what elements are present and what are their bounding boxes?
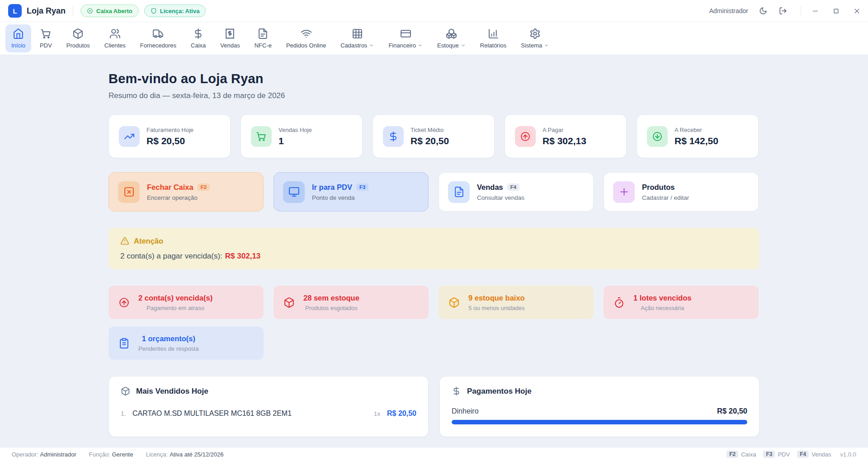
nav-item-financeiro[interactable]: Financeiro: [382, 24, 429, 52]
chevron-down-icon: [369, 43, 374, 48]
minimize-button[interactable]: [810, 6, 820, 16]
app-logo: L: [8, 4, 22, 18]
receipt-icon: [224, 28, 236, 39]
license-info: Licença:Ativa até 25/12/2026: [146, 451, 224, 458]
status-bar: Operador:Administrador Função:Gerente Li…: [0, 447, 868, 461]
maximize-button[interactable]: [831, 6, 841, 16]
close-button[interactable]: [852, 6, 862, 16]
current-user: Administrador: [709, 7, 748, 14]
kbd-label: Vendas: [811, 451, 831, 458]
license-label: Licença:: [146, 451, 168, 458]
alerts-row: 2 conta(s) vencida(s) Pagamento em atras…: [108, 286, 760, 319]
alert-title: 1 orçamento(s): [138, 334, 199, 343]
stat-card-a-pagar: A Pagar R$ 302,13: [505, 114, 627, 158]
payment-progress-fill: [452, 420, 747, 424]
alert-subtitle: Produtos esgotados: [303, 305, 359, 311]
logout-icon: [779, 7, 787, 15]
alert-expired-lots[interactable]: 1 lotes vencidos Ação necessária: [604, 286, 759, 319]
stat-label: Faturamento Hoje: [146, 127, 193, 133]
window-controls: [801, 6, 862, 16]
alert-subtitle: 5 ou menos unidades: [468, 305, 525, 311]
nav-item-estoque[interactable]: Estoque: [431, 24, 472, 52]
sales-lookup-button[interactable]: Vendas F4 Consultar vendas: [439, 172, 594, 212]
nav-label: NFC-e: [255, 42, 272, 49]
seller-amount: R$ 20,50: [387, 409, 416, 418]
stat-value: R$ 20,50: [410, 136, 449, 146]
app-window: L Loja Ryan Caixa Aberto Licença: Ativa …: [0, 0, 868, 461]
chevron-down-icon: [544, 43, 549, 48]
nav-item-sistema[interactable]: Sistema: [515, 24, 555, 52]
gear-icon: [529, 28, 541, 39]
stat-value: R$ 302,13: [542, 136, 586, 146]
nav-item-inicio[interactable]: Início: [5, 24, 31, 52]
nav-item-pedidos-online[interactable]: Pedidos Online: [280, 24, 332, 52]
close-icon: [854, 8, 860, 14]
nav-item-fornecedores[interactable]: Fornecedores: [134, 24, 182, 52]
alert-out-of-stock[interactable]: 28 sem estoque Produtos esgotados: [274, 286, 429, 319]
nav-label: Cadastros: [340, 42, 367, 49]
dark-mode-toggle[interactable]: [758, 6, 768, 16]
alert-subtitle: Pagamento em atraso: [138, 305, 212, 311]
trending-up-icon: [124, 131, 135, 142]
action-subtitle: Consultar vendas: [477, 194, 524, 201]
page-subtitle: Resumo do dia — sexta-feira, 13 de março…: [108, 91, 760, 100]
hotkey-hint-caixa: F2Caixa: [726, 451, 756, 458]
quick-actions-row: Fechar Caixa F2 Encerrar operação Ir par…: [108, 172, 760, 212]
logout-button[interactable]: [778, 6, 788, 16]
close-cash-button[interactable]: Fechar Caixa F2 Encerrar operação: [108, 172, 264, 212]
action-title: Ir para PDV: [312, 183, 352, 192]
circle-dot-icon: [87, 8, 93, 14]
top-sellers-panel: Mais Vendidos Hoje 1. CARTAO M.SD MULTIL…: [108, 376, 429, 437]
hotkey-badge: F4: [507, 183, 519, 191]
stat-card-ticket-medio: Ticket Médio R$ 20,50: [373, 114, 495, 158]
payment-progress-track: [452, 420, 747, 424]
titlebar-divider: [73, 6, 73, 16]
nav-item-clientes[interactable]: Clientes: [99, 24, 132, 52]
bar-chart-icon: [488, 28, 499, 39]
warning-amount: R$ 302,13: [225, 252, 260, 260]
nav-item-nfce[interactable]: NFC-e: [249, 24, 278, 52]
payment-method: Dinheiro: [452, 407, 479, 415]
nav-item-caixa[interactable]: Caixa: [185, 24, 212, 52]
arrow-down-circle-icon: [652, 131, 663, 142]
alert-pending-quotes[interactable]: 1 orçamento(s) Pendentes de resposta: [108, 326, 264, 360]
file-text-icon: [453, 186, 465, 198]
seller-name: CARTAO M.SD MULTILASER MC161 8GB 2EM1: [132, 409, 292, 418]
cash-open-badge: Caixa Aberto: [80, 5, 139, 17]
alert-low-stock[interactable]: 9 estoque baixo 5 ou menos unidades: [439, 286, 594, 319]
page-title: Bem-vindo ao Loja Ryan: [108, 71, 760, 86]
nav-label: Sistema: [521, 42, 542, 49]
payment-amount: R$ 20,50: [717, 407, 747, 415]
grid-icon: [352, 28, 363, 39]
stat-value: R$ 20,50: [146, 136, 193, 146]
nav-item-vendas[interactable]: Vendas: [214, 24, 245, 52]
nav-label: Fornecedores: [140, 42, 176, 49]
alert-overdue-bills[interactable]: 2 conta(s) vencida(s) Pagamento em atras…: [108, 286, 264, 319]
nav-label: Financeiro: [388, 42, 416, 49]
operator-value: Administrador: [40, 451, 76, 458]
action-title: Produtos: [642, 183, 675, 192]
file-text-icon: [257, 28, 269, 39]
nav-item-relatorios[interactable]: Relatórios: [474, 24, 513, 52]
products-button[interactable]: Produtos Cadastrar / editar: [604, 172, 759, 212]
plus-icon: [618, 186, 630, 198]
alert-title: 9 estoque baixo: [468, 294, 525, 302]
license-label: Licença: Ativa: [160, 8, 200, 14]
alert-triangle-icon: [120, 236, 129, 245]
go-to-pdv-button[interactable]: Ir para PDV F3 Ponto de venda: [274, 172, 429, 212]
alert-title: 28 sem estoque: [303, 294, 359, 302]
hotkey-hint-vendas: F4Vendas: [797, 451, 831, 458]
nav-label: Início: [11, 42, 25, 49]
license-value: Ativa até 25/12/2026: [170, 451, 223, 458]
panel-title: Pagamentos Hoje: [467, 387, 532, 396]
arrow-up-circle-icon: [520, 131, 531, 142]
role-value: Gerente: [112, 451, 133, 458]
nav-item-produtos[interactable]: Produtos: [61, 24, 96, 52]
home-icon: [13, 28, 24, 39]
nav-label: PDV: [40, 42, 52, 49]
minimize-icon: [812, 8, 819, 14]
operator-info: Operador:Administrador: [12, 451, 76, 458]
alert-title: 1 lotes vencidos: [633, 294, 691, 302]
nav-item-cadastros[interactable]: Cadastros: [335, 24, 380, 52]
nav-item-pdv[interactable]: PDV: [34, 24, 58, 52]
